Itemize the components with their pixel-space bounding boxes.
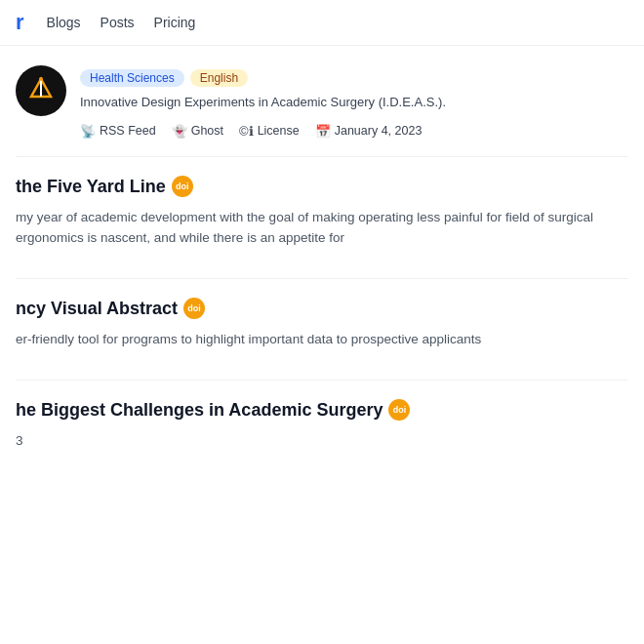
rss-feed-label: RSS Feed	[100, 124, 156, 138]
license-icon: ©ℹ	[239, 124, 254, 139]
article-item-3: he Biggest Challenges in Academic Surger…	[16, 398, 628, 452]
journal-description: Innovative Design Experiments in Academi…	[80, 93, 446, 112]
rss-feed-link[interactable]: 📡 RSS Feed	[80, 124, 156, 139]
section-divider	[16, 156, 628, 157]
article-item-2: ncy Visual Abstract doi er-friendly tool…	[16, 297, 628, 350]
article-3-doi-badge: doi	[388, 399, 410, 421]
ghost-icon: 👻	[172, 124, 187, 139]
svg-point-1	[39, 77, 43, 81]
nav-link-pricing[interactable]: Pricing	[154, 15, 196, 30]
license-label: License	[258, 124, 300, 138]
journal-date: 📅 January 4, 2023	[315, 124, 423, 139]
article-2-excerpt: er-friendly tool for programs to highlig…	[16, 329, 628, 350]
article-1-title-text: the Five Yard Line	[16, 175, 166, 199]
article-2-doi-badge: doi	[183, 298, 205, 319]
nav-item-pricing[interactable]: Pricing	[154, 14, 196, 31]
journal-tags: Health Sciences English	[80, 69, 446, 87]
license-link[interactable]: ©ℹ License	[239, 124, 300, 139]
article-3-excerpt: 3	[16, 430, 628, 452]
article-1-title: the Five Yard Line doi	[16, 175, 628, 199]
section-divider-3	[16, 380, 628, 381]
navigation: r Blogs Posts Pricing	[0, 0, 644, 46]
main-content: Health Sciences English Innovative Desig…	[0, 46, 644, 500]
tag-english: English	[190, 69, 248, 87]
article-1-excerpt: my year of academic development with the…	[16, 207, 628, 249]
nav-link-blogs[interactable]: Blogs	[47, 15, 81, 30]
calendar-icon: 📅	[315, 124, 331, 139]
journal-header: Health Sciences English Innovative Desig…	[16, 65, 628, 139]
tag-health-sciences: Health Sciences	[80, 69, 184, 87]
article-item: the Five Yard Line doi my year of academ…	[16, 175, 628, 249]
article-1-doi-badge: doi	[172, 176, 193, 197]
journal-logo-icon	[25, 75, 57, 106]
rss-icon: 📡	[80, 124, 96, 139]
nav-logo: r	[16, 10, 23, 35]
journal-logo	[16, 65, 66, 116]
article-3-title: he Biggest Challenges in Academic Surger…	[16, 398, 628, 423]
journal-date-value: January 4, 2023	[335, 124, 423, 138]
ghost-label: Ghost	[191, 124, 223, 138]
nav-link-posts[interactable]: Posts	[101, 15, 135, 30]
nav-item-blogs[interactable]: Blogs	[47, 14, 81, 31]
article-2-title-text: ncy Visual Abstract	[16, 297, 178, 321]
nav-item-posts[interactable]: Posts	[101, 14, 135, 31]
nav-links: Blogs Posts Pricing	[47, 14, 196, 31]
article-3-title-text: he Biggest Challenges in Academic Surger…	[16, 398, 382, 423]
ghost-link[interactable]: 👻 Ghost	[172, 124, 223, 139]
journal-meta-links: 📡 RSS Feed 👻 Ghost ©ℹ License 📅 January …	[80, 124, 446, 139]
section-divider-2	[16, 278, 628, 279]
article-2-title: ncy Visual Abstract doi	[16, 297, 628, 321]
journal-meta: Health Sciences English Innovative Desig…	[80, 65, 446, 139]
